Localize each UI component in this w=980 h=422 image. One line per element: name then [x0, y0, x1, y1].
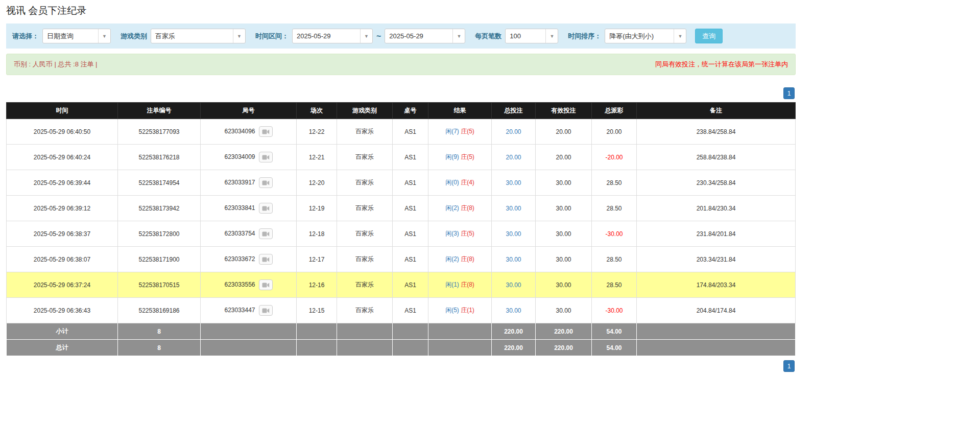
chevron-down-icon[interactable]: ▼: [545, 29, 558, 43]
valid-bet-notice: 同局有效投注，统一计算在该局第一张注单内: [655, 60, 788, 69]
cell-game-type: 百家乐: [337, 247, 393, 272]
video-replay-icon[interactable]: [259, 126, 273, 137]
cell-time: 2025-05-29 06:38:37: [7, 221, 118, 247]
table-body: 2025-05-29 06:40:50 522538177093 6230340…: [7, 119, 796, 323]
cell-round-id: 623034009: [201, 145, 297, 170]
total-bet-link[interactable]: 30.00: [506, 282, 521, 289]
total-bet-link[interactable]: 30.00: [506, 256, 521, 263]
search-button[interactable]: 查询: [695, 29, 723, 43]
total-bet-link[interactable]: 20.00: [506, 128, 521, 135]
video-replay-icon[interactable]: [259, 279, 273, 290]
grand-total-row: 总计 8 220.00 220.00 54.00: [7, 340, 796, 356]
header-game-type: 游戏类别: [337, 103, 393, 119]
date-to-select[interactable]: 2025-05-29 ▼: [385, 29, 465, 43]
table-row: 2025-05-29 06:37:24 522538170515 6230335…: [7, 272, 796, 298]
cell-result: 闲(9) 庄(5): [428, 145, 492, 170]
game-type-label: 游戏类别: [121, 32, 147, 41]
video-replay-icon[interactable]: [259, 177, 273, 188]
cell-payout: -30.00: [592, 298, 637, 323]
subtotal-count: 8: [118, 323, 201, 340]
total-bet-link[interactable]: 30.00: [506, 205, 521, 212]
round-id: 623034096: [224, 128, 255, 135]
cell-total-bet: 30.00: [492, 221, 536, 247]
table-row: 2025-05-29 06:40:24 522538176218 6230340…: [7, 145, 796, 170]
cell-valid-bet: 30.00: [536, 298, 592, 323]
total-bet-link[interactable]: 30.00: [506, 179, 521, 186]
page-size-label: 每页笔数: [475, 32, 501, 41]
page-1-button[interactable]: 1: [783, 360, 795, 372]
result-player: 闲(1): [445, 281, 459, 288]
cell-total-bet: 30.00: [492, 247, 536, 272]
cell-round-id: 623034096: [201, 119, 297, 145]
cell-valid-bet: 30.00: [536, 221, 592, 247]
table-header-row: 时间 注单编号 局号 场次 游戏类别 桌号 结果 总投注 有效投注 总派彩 备注: [7, 103, 796, 119]
chevron-down-icon[interactable]: ▼: [360, 29, 372, 43]
pagination-top: 1: [6, 87, 795, 99]
cell-game-type: 百家乐: [337, 196, 393, 221]
cell-session: 12-15: [297, 298, 337, 323]
result-player: 闲(2): [445, 255, 459, 263]
table-row: 2025-05-29 06:39:12 522538173942 6230338…: [7, 196, 796, 221]
chevron-down-icon[interactable]: ▼: [452, 29, 465, 43]
cell-payout: 28.50: [592, 196, 637, 221]
cell-total-bet: 20.00: [492, 119, 536, 145]
cell-game-type: 百家乐: [337, 221, 393, 247]
page-1-button[interactable]: 1: [783, 87, 795, 99]
round-id: 623033672: [224, 255, 255, 263]
total-bet-link[interactable]: 30.00: [506, 307, 521, 314]
cell-time: 2025-05-29 06:36:43: [7, 298, 118, 323]
chevron-down-icon[interactable]: ▼: [233, 29, 245, 43]
cell-time: 2025-05-29 06:37:24: [7, 272, 118, 298]
cell-round-id: 623033447: [201, 298, 297, 323]
cell-remark: 201.84/230.34: [637, 196, 796, 221]
video-replay-icon[interactable]: [259, 203, 273, 214]
cell-table-no: AS1: [393, 170, 428, 196]
cell-time: 2025-05-29 06:39:12: [7, 196, 118, 221]
game-type-select[interactable]: 百家乐 ▼: [151, 29, 246, 43]
cell-valid-bet: 20.00: [536, 119, 592, 145]
result-banker: 庄(1): [461, 307, 474, 314]
currency-total-summary: 币别 : 人民币 | 总共 :8 注单 |: [14, 60, 98, 69]
header-session: 场次: [297, 103, 337, 119]
total-bet-link[interactable]: 20.00: [506, 154, 521, 161]
chevron-down-icon[interactable]: ▼: [98, 29, 110, 43]
cell-valid-bet: 30.00: [536, 247, 592, 272]
cell-result: 闲(7) 庄(5): [428, 119, 492, 145]
page-container: 视讯 会员下注纪录 请选择： 日期查询 ▼ 游戏类别 百家乐 ▼ 时间区间： 2…: [6, 4, 796, 372]
round-id: 623034009: [224, 153, 255, 160]
cell-result: 闲(3) 庄(5): [428, 221, 492, 247]
cell-bet-id: 522538169186: [118, 298, 201, 323]
video-replay-icon[interactable]: [259, 305, 273, 316]
summary-bar: 币别 : 人民币 | 总共 :8 注单 | 同局有效投注，统一计算在该局第一张注…: [6, 54, 796, 75]
result-banker: 庄(5): [461, 230, 474, 237]
round-id: 623033447: [224, 307, 255, 314]
cell-bet-id: 522538173942: [118, 196, 201, 221]
date-from-value: 2025-05-29: [293, 29, 360, 43]
cell-result: 闲(0) 庄(4): [428, 170, 492, 196]
cell-round-id: 623033754: [201, 221, 297, 247]
cell-table-no: AS1: [393, 145, 428, 170]
game-type-value: 百家乐: [151, 29, 233, 43]
page-size-select[interactable]: 100 ▼: [505, 29, 558, 43]
query-type-select[interactable]: 日期查询 ▼: [42, 29, 111, 43]
sort-order-select[interactable]: 降幂(由大到小) ▼: [605, 29, 686, 43]
total-bet-link[interactable]: 30.00: [506, 230, 521, 238]
video-replay-icon[interactable]: [259, 254, 273, 265]
cell-table-no: AS1: [393, 298, 428, 323]
header-bet-id: 注单编号: [118, 103, 201, 119]
result-banker: 庄(5): [461, 153, 474, 160]
cell-payout: 28.50: [592, 272, 637, 298]
video-replay-icon[interactable]: [259, 152, 273, 162]
cell-game-type: 百家乐: [337, 298, 393, 323]
filter-bar: 请选择： 日期查询 ▼ 游戏类别 百家乐 ▼ 时间区间： 2025-05-29 …: [6, 24, 796, 49]
result-banker: 庄(4): [461, 179, 474, 186]
cell-total-bet: 30.00: [492, 196, 536, 221]
video-replay-icon[interactable]: [259, 228, 273, 239]
cell-session: 12-22: [297, 119, 337, 145]
cell-bet-id: 522538177093: [118, 119, 201, 145]
cell-result: 闲(2) 庄(8): [428, 196, 492, 221]
date-from-select[interactable]: 2025-05-29 ▼: [292, 29, 373, 43]
round-id: 623033754: [224, 230, 255, 237]
chevron-down-icon[interactable]: ▼: [674, 29, 686, 43]
cell-remark: 258.84/238.84: [637, 145, 796, 170]
